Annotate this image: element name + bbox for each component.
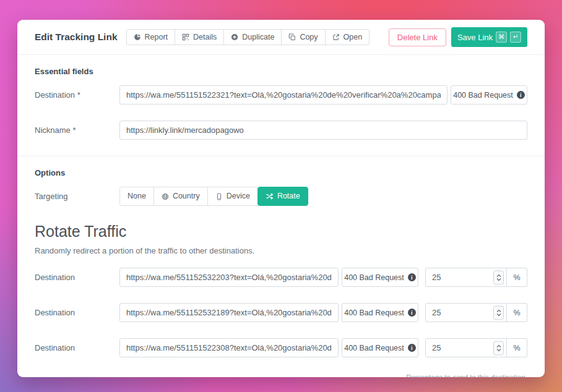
percent-suffix: % <box>507 268 527 287</box>
targeting-row: Targeting None Country Device Rotate <box>35 187 527 206</box>
rotate-traffic-heading: Rotate Traffic <box>35 223 527 241</box>
report-label: Report <box>145 33 168 41</box>
card-header: Edit Tracking Link Report Details Duplic… <box>17 20 545 55</box>
cmd-key-icon: ⌘ <box>496 32 507 43</box>
link-toolbar: Report Details Duplicate Copy Open <box>126 29 370 46</box>
copy-label: Copy <box>300 33 318 41</box>
status-text: 400 Bad Request <box>344 273 404 282</box>
percent-group-3: % <box>425 338 527 357</box>
save-link-button[interactable]: Save Link ⌘ ↵ <box>451 27 527 47</box>
duplicate-button[interactable]: Duplicate <box>223 29 282 46</box>
details-button[interactable]: Details <box>175 29 224 46</box>
duplicate-label: Duplicate <box>242 33 274 41</box>
destination-field-row: Destination * 400 Bad Request i <box>35 85 527 104</box>
country-label: Country <box>173 192 200 200</box>
targeting-label: Targeting <box>35 192 119 201</box>
report-button[interactable]: Report <box>126 29 176 46</box>
open-label: Open <box>344 33 363 41</box>
options-heading: Options <box>35 168 527 177</box>
rotate-destination-label: Destination <box>35 343 119 352</box>
open-button[interactable]: Open <box>325 29 370 46</box>
stepper-control-3[interactable] <box>493 341 504 355</box>
section-divider <box>17 156 545 156</box>
percent-help-text: Percentage to send to this destination. <box>35 373 527 377</box>
targeting-none-button[interactable]: None <box>119 187 154 206</box>
status-badge-2: 400 Bad Request i <box>342 303 418 322</box>
rotate-destination-row-2: Destination 400 Bad Request i % <box>35 303 527 322</box>
rotate-destination-input-2[interactable] <box>119 303 339 322</box>
pie-chart-icon <box>134 33 141 41</box>
nickname-input[interactable] <box>119 121 527 140</box>
stepper-control-1[interactable] <box>493 270 504 284</box>
percent-suffix: % <box>507 303 527 322</box>
rotate-traffic-subtitle: Randomly redirect a portion of the traff… <box>35 246 527 255</box>
device-label: Device <box>227 192 250 200</box>
targeting-device-button[interactable]: Device <box>207 187 258 206</box>
status-text: 400 Bad Request <box>344 344 404 352</box>
percent-group-1: % <box>425 268 527 287</box>
rotate-destination-row-1: Destination 400 Bad Request i % <box>35 268 527 287</box>
rotate-destination-label: Destination <box>35 308 119 317</box>
destination-status-badge: 400 Bad Request i <box>451 85 527 104</box>
info-icon[interactable]: i <box>408 273 416 281</box>
rotate-destination-input-1[interactable] <box>119 268 339 287</box>
none-label: None <box>128 192 146 200</box>
status-badge-3: 400 Bad Request i <box>342 338 418 357</box>
status-text: 400 Bad Request <box>453 91 513 100</box>
essential-fields-heading: Essential fields <box>35 67 527 76</box>
delete-link-button[interactable]: Delete Link <box>389 28 446 46</box>
destination-input[interactable] <box>119 85 447 104</box>
rotate-destination-row-3: Destination 400 Bad Request i % <box>35 338 527 357</box>
targeting-country-button[interactable]: Country <box>153 187 208 206</box>
nickname-field-row: Nickname * <box>35 121 527 140</box>
rotate-label: Rotate <box>277 192 300 200</box>
header-actions: Delete Link Save Link ⌘ ↵ <box>389 27 527 47</box>
info-icon[interactable]: i <box>408 344 416 352</box>
percent-suffix: % <box>507 338 527 357</box>
edit-tracking-link-card: Edit Tracking Link Report Details Duplic… <box>17 20 545 377</box>
info-icon[interactable]: i <box>408 309 416 317</box>
rotate-destination-label: Destination <box>35 273 119 282</box>
info-icon[interactable]: i <box>517 91 525 99</box>
targeting-rotate-button[interactable]: Rotate <box>257 187 308 206</box>
nickname-label: Nickname * <box>35 126 119 135</box>
external-link-icon <box>332 33 340 41</box>
stepper-control-2[interactable] <box>493 305 504 320</box>
enter-key-icon: ↵ <box>510 32 521 43</box>
details-label: Details <box>193 33 217 41</box>
copy-button[interactable]: Copy <box>281 29 325 46</box>
destination-label: Destination * <box>35 90 119 100</box>
rotate-destination-input-3[interactable] <box>119 338 339 357</box>
status-text: 400 Bad Request <box>344 309 404 317</box>
plus-circle-icon <box>231 33 238 41</box>
copy-icon <box>288 33 296 41</box>
mobile-icon <box>215 193 223 200</box>
globe-icon <box>162 193 169 200</box>
shuffle-icon <box>266 192 274 200</box>
status-badge-1: 400 Bad Request i <box>342 268 418 287</box>
qr-grid-icon <box>182 33 189 41</box>
targeting-toggle-group: None Country Device Rotate <box>119 187 308 206</box>
save-link-label: Save Link <box>457 33 493 41</box>
percent-group-2: % <box>425 303 527 322</box>
page-title: Edit Tracking Link <box>35 32 118 43</box>
